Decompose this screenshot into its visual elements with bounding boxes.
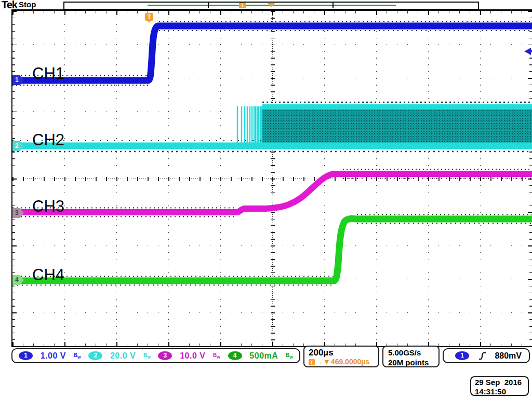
sample-rate: 5.00GS/s [388, 348, 434, 358]
delay-arrow-icons: →▼ [316, 358, 330, 366]
ch4-bandwidth-icon: BW [286, 352, 293, 359]
ch1-waveform [12, 21, 532, 85]
ch4-scale: 500mA [249, 351, 278, 361]
record-length: 20M points [388, 358, 434, 367]
ch3-label: CH3 [32, 197, 64, 216]
trigger-readout: 1 880mV [443, 348, 530, 363]
trigger-t-icon: T [309, 359, 315, 365]
channel-readouts: 1 1.00 V BW 2 20.0 V BW 3 10.0 V BW 4 50… [11, 348, 300, 363]
window-bracket-right [332, 2, 334, 8]
trigger-level-value: 880mV [495, 351, 522, 361]
ch3-bandwidth-icon: BW [213, 352, 220, 359]
rising-edge-icon [478, 352, 486, 360]
ch1-scale: 1.00 V [41, 351, 66, 361]
expansion-point-icon [268, 3, 275, 7]
ch4-badge: 4 [228, 351, 242, 360]
trigger-position-icon: T [239, 3, 246, 8]
ch2-label: CH2 [32, 131, 64, 149]
waveform-layer [12, 11, 532, 346]
ch1-label: CH1 [32, 64, 64, 83]
time-value: 14:31:50 [475, 387, 524, 396]
ch2-scale: 20.0 V [110, 351, 136, 361]
date-value: 29 Sep 2016 [475, 378, 524, 387]
ch4-label: CH4 [32, 266, 64, 284]
ch4-waveform [12, 215, 532, 285]
ch2-bandwidth-icon: BW [143, 352, 151, 359]
ch1-bandwidth-icon: BW [74, 352, 81, 359]
oscilloscope-screenshot: { "header": { "logo": "Tek", "status": "… [0, 0, 532, 398]
datetime-readout: 29 Sep 2016 14:31:50 [470, 376, 529, 396]
ch2-waveform [12, 102, 532, 152]
acquisition-status: Stop [19, 0, 36, 9]
ch3-waveform [12, 170, 532, 217]
ch1-badge: 1 [19, 351, 33, 360]
ch3-scale: 10.0 V [180, 351, 205, 361]
timebase-scale: 200µs [309, 348, 374, 358]
timebase-readout: 200µs T→▼469.0000µs [303, 346, 379, 367]
delay-value: 469.0000µs [331, 358, 369, 366]
trigger-delay-readout: T→▼469.0000µs [309, 358, 374, 366]
graticule: CH1 CH2 CH3 CH4 1 2 3 4 T [11, 9, 532, 347]
trigger-point-flag-icon: T [145, 13, 153, 21]
trigger-level-arrow-icon [524, 48, 531, 55]
window-bracket-left [208, 2, 209, 8]
record-view-bar: T [63, 2, 479, 10]
trigger-source-badge: 1 [455, 351, 469, 360]
ch2-badge: 2 [88, 351, 102, 360]
ch3-badge: 3 [158, 351, 172, 360]
acquisition-readout: 5.00GS/s 20M points [382, 346, 440, 367]
